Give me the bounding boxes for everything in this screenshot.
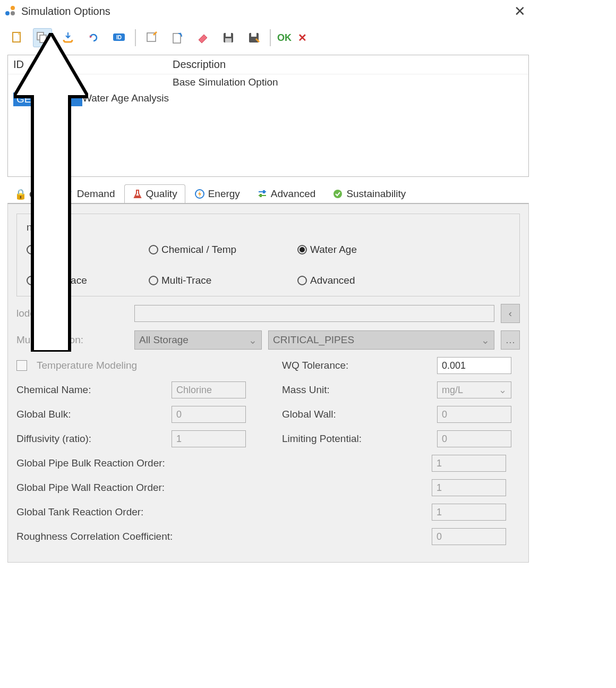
save-button[interactable] (219, 28, 238, 47)
chevron-down-icon: ⌄ (481, 334, 490, 346)
limiting-label: Limiting Potential: (282, 433, 431, 445)
svg-rect-8 (226, 33, 231, 37)
new-page-icon (11, 31, 23, 44)
app-icon (5, 6, 17, 18)
wq-tol-label: WQ Tolerance: (282, 360, 431, 371)
tab-energy[interactable]: Energy (186, 184, 248, 203)
radio-chemical[interactable]: Chemical / Temp (149, 244, 297, 256)
temp-modeling-checkbox[interactable] (16, 360, 27, 371)
save-as-button[interactable] (244, 28, 263, 47)
wq-tol-input[interactable] (437, 357, 511, 374)
gpbr-input (432, 455, 506, 472)
id-tag-button[interactable]: ID (109, 28, 129, 47)
mass-unit-select: mg/L⌄ (437, 381, 511, 398)
new-button[interactable] (7, 28, 27, 47)
global-bulk-row: Global Bulk: (16, 406, 271, 423)
diffusivity-input (172, 430, 246, 447)
radio-multitrace[interactable]: Multi-Trace (149, 275, 297, 286)
gtr-row: Global Tank Reaction Order: (16, 504, 520, 521)
erase-button[interactable] (193, 28, 212, 47)
diffusivity-label: Diffusivity (ratio): (16, 433, 165, 445)
titlebar: Simulation Options ✕ (0, 0, 536, 23)
cancel-button[interactable]: ✕ (298, 31, 307, 44)
gtr-input (432, 504, 506, 521)
list-row[interactable]: Base Simulation Option (8, 74, 528, 90)
svg-rect-6 (173, 33, 181, 43)
svg-rect-13 (135, 196, 140, 198)
header-id: ID (13, 58, 173, 71)
gpwr-input (432, 479, 506, 496)
trace-node-label: lode: (16, 308, 128, 319)
save-as-icon (247, 31, 260, 44)
import-button[interactable] (58, 28, 78, 47)
page-arrow-icon (171, 31, 184, 44)
toolbar: ID OK ✕ (0, 23, 536, 53)
tab-sustainability[interactable]: Sustainability (324, 184, 414, 203)
global-wall-label: Global Wall: (282, 409, 431, 420)
svg-text:ID: ID (116, 35, 122, 40)
gpwr-label: Global Pipe Wall Reaction Order: (16, 482, 425, 494)
radio-advanced[interactable]: Advanced (297, 275, 404, 286)
multitrace-browse-button[interactable]: … (501, 330, 520, 350)
toolbar-divider (270, 29, 271, 46)
close-button[interactable]: ✕ (509, 3, 531, 20)
temp-modeling-row: Temperature Modeling (16, 360, 271, 371)
multitrace-label: Multi-Trace on: (16, 334, 128, 346)
svg-rect-17 (263, 190, 265, 193)
eraser-icon (196, 31, 209, 44)
copy-button[interactable] (33, 28, 52, 47)
mass-unit-label: Mass Unit: (282, 384, 431, 396)
radio-waterage[interactable]: Water Age (297, 244, 404, 256)
edit-icon (146, 31, 158, 44)
limiting-input (437, 430, 511, 447)
trace-node-browse-button[interactable]: ‹ (501, 304, 520, 323)
global-wall-row: Global Wall: (282, 406, 520, 423)
refresh-icon (87, 31, 100, 44)
chevron-down-icon: ⌄ (249, 334, 257, 346)
svg-rect-11 (251, 33, 256, 37)
trace-node-field (134, 305, 494, 322)
row-desc: Water Age Analysis (82, 92, 523, 106)
radio-sourcetrace[interactable]: urce Trace (27, 275, 149, 286)
list-header: ID Description (8, 55, 528, 74)
import-icon (62, 31, 74, 44)
quality-panel: n ne Chemical / Temp Water Age urce Trac… (7, 203, 529, 563)
radio-none[interactable]: ne (27, 244, 149, 256)
rcc-input (432, 528, 506, 545)
refresh-button[interactable] (84, 28, 103, 47)
rcc-row: Roughness Correlation Coefficient: (16, 528, 520, 545)
ok-button[interactable]: OK (277, 32, 292, 44)
gpbr-label: Global Pipe Bulk Reaction Order: (16, 457, 425, 469)
chem-name-row: Chemical Name: (16, 381, 271, 398)
toolbar-divider (135, 29, 136, 46)
tab-quality[interactable]: Quality (124, 184, 185, 203)
multitrace-row: Multi-Trace on: All Storage⌄ CRITICAL_PI… (16, 330, 520, 350)
copy-icon (36, 31, 49, 44)
multitrace-pipes-select[interactable]: CRITICAL_PIPES⌄ (268, 330, 494, 350)
multitrace-storage-select[interactable]: All Storage⌄ (134, 330, 262, 350)
wq-tol-row: WQ Tolerance: (282, 357, 520, 374)
row-id (13, 77, 173, 88)
svg-rect-2 (40, 35, 46, 43)
mass-unit-row: Mass Unit: mg/L⌄ (282, 381, 520, 398)
analysis-type-group: n ne Chemical / Temp Water Age urce Trac… (16, 214, 520, 296)
window-title: Simulation Options (21, 5, 110, 18)
row-id: GE (13, 92, 82, 106)
chem-name-label: Chemical Name: (16, 384, 165, 396)
list-row[interactable]: GE Water Age Analysis (8, 90, 528, 108)
svg-point-12 (65, 194, 68, 198)
tab-advanced[interactable]: Advanced (249, 184, 324, 203)
sliders-icon (257, 189, 268, 199)
options-list: ID Description Base Simulation Option GE… (7, 55, 529, 177)
page-import-button[interactable] (168, 28, 187, 47)
save-icon (222, 31, 235, 44)
edit-button[interactable] (142, 28, 161, 47)
chevron-down-icon: ⌄ (499, 384, 507, 396)
global-bulk-label: Global Bulk: (16, 409, 165, 420)
tab-strip: 🔒 eral Demand Quality Energy Advanced Su… (7, 184, 529, 203)
gpbr-row: Global Pipe Bulk Reaction Order: (16, 455, 520, 472)
gtr-label: Global Tank Reaction Order: (16, 506, 425, 518)
tab-general[interactable]: 🔒 eral (7, 184, 54, 203)
group-title: n (27, 222, 32, 233)
tab-demand[interactable]: Demand (55, 184, 123, 203)
